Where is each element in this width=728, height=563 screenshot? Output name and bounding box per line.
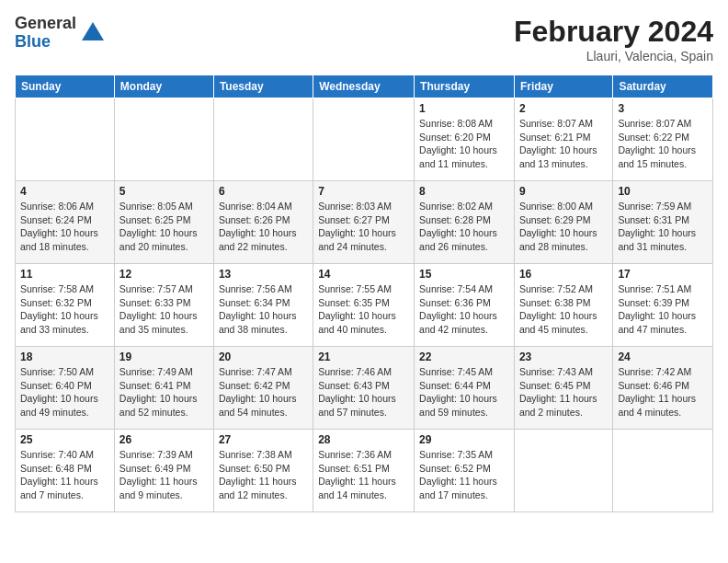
day-info: Sunrise: 7:56 AM Sunset: 6:34 PM Dayligh…: [219, 282, 308, 337]
calendar-cell: 10Sunrise: 7:59 AM Sunset: 6:31 PM Dayli…: [613, 181, 713, 264]
calendar-cell: 11Sunrise: 7:58 AM Sunset: 6:32 PM Dayli…: [16, 264, 115, 347]
calendar-cell: 13Sunrise: 7:56 AM Sunset: 6:34 PM Dayli…: [213, 264, 313, 347]
day-info: Sunrise: 7:55 AM Sunset: 6:35 PM Dayligh…: [318, 282, 409, 337]
day-number: 27: [219, 433, 308, 446]
day-number: 17: [618, 268, 708, 281]
day-number: 3: [618, 102, 708, 115]
day-info: Sunrise: 7:50 AM Sunset: 6:40 PM Dayligh…: [20, 365, 109, 419]
day-info: Sunrise: 8:05 AM Sunset: 6:25 PM Dayligh…: [119, 200, 209, 254]
calendar-cell: 27Sunrise: 7:38 AM Sunset: 6:50 PM Dayli…: [213, 430, 313, 512]
day-number: 29: [419, 433, 509, 446]
day-info: Sunrise: 8:00 AM Sunset: 6:29 PM Dayligh…: [519, 200, 608, 254]
day-info: Sunrise: 8:07 AM Sunset: 6:22 PM Dayligh…: [618, 117, 708, 171]
calendar-week-row: 18Sunrise: 7:50 AM Sunset: 6:40 PM Dayli…: [16, 347, 713, 430]
weekday-header: Friday: [514, 75, 612, 98]
day-number: 8: [419, 185, 509, 198]
day-info: Sunrise: 7:42 AM Sunset: 6:46 PM Dayligh…: [618, 365, 708, 419]
day-info: Sunrise: 7:38 AM Sunset: 6:50 PM Dayligh…: [219, 448, 308, 502]
calendar-cell: [313, 98, 415, 181]
calendar-week-row: 25Sunrise: 7:40 AM Sunset: 6:48 PM Dayli…: [16, 430, 713, 512]
day-info: Sunrise: 7:57 AM Sunset: 6:33 PM Dayligh…: [119, 282, 209, 337]
location: Llauri, Valencia, Spain: [514, 49, 713, 63]
day-info: Sunrise: 7:58 AM Sunset: 6:32 PM Dayligh…: [20, 282, 109, 337]
day-number: 28: [318, 433, 409, 446]
calendar-cell: 1Sunrise: 8:08 AM Sunset: 6:20 PM Daylig…: [415, 98, 515, 181]
day-number: 7: [318, 185, 409, 198]
weekday-header: Sunday: [16, 75, 115, 98]
day-number: 9: [519, 185, 608, 198]
calendar-cell: 25Sunrise: 7:40 AM Sunset: 6:48 PM Dayli…: [16, 430, 115, 512]
day-number: 14: [318, 268, 409, 281]
calendar-cell: [114, 98, 213, 181]
weekday-header: Saturday: [613, 75, 713, 98]
day-info: Sunrise: 7:54 AM Sunset: 6:36 PM Dayligh…: [419, 282, 509, 337]
calendar-cell: 19Sunrise: 7:49 AM Sunset: 6:41 PM Dayli…: [114, 347, 213, 430]
calendar-cell: 14Sunrise: 7:55 AM Sunset: 6:35 PM Dayli…: [313, 264, 415, 347]
day-number: 23: [519, 350, 608, 363]
day-info: Sunrise: 7:40 AM Sunset: 6:48 PM Dayligh…: [20, 448, 109, 502]
weekday-header: Wednesday: [313, 75, 415, 98]
day-number: 18: [20, 350, 109, 363]
day-number: 12: [119, 268, 209, 281]
calendar-cell: [613, 430, 713, 512]
day-number: 2: [519, 102, 608, 115]
calendar-cell: 5Sunrise: 8:05 AM Sunset: 6:25 PM Daylig…: [114, 181, 213, 264]
day-number: 22: [419, 350, 509, 363]
calendar-cell: 6Sunrise: 8:04 AM Sunset: 6:26 PM Daylig…: [213, 181, 313, 264]
day-info: Sunrise: 8:02 AM Sunset: 6:28 PM Dayligh…: [419, 200, 509, 254]
day-info: Sunrise: 7:51 AM Sunset: 6:39 PM Dayligh…: [618, 282, 708, 337]
day-number: 21: [318, 350, 409, 363]
day-number: 10: [618, 185, 708, 198]
calendar-cell: 23Sunrise: 7:43 AM Sunset: 6:45 PM Dayli…: [514, 347, 612, 430]
calendar-cell: 18Sunrise: 7:50 AM Sunset: 6:40 PM Dayli…: [16, 347, 115, 430]
day-number: 13: [219, 268, 308, 281]
calendar-cell: [514, 430, 612, 512]
day-number: 26: [119, 433, 209, 446]
title-block: February 2024 Llauri, Valencia, Spain: [514, 15, 713, 63]
calendar-cell: 15Sunrise: 7:54 AM Sunset: 6:36 PM Dayli…: [415, 264, 515, 347]
day-info: Sunrise: 7:47 AM Sunset: 6:42 PM Dayligh…: [219, 365, 308, 419]
day-number: 24: [618, 350, 708, 363]
calendar-cell: 17Sunrise: 7:51 AM Sunset: 6:39 PM Dayli…: [613, 264, 713, 347]
calendar-header-row: SundayMondayTuesdayWednesdayThursdayFrid…: [16, 75, 713, 98]
day-number: 1: [419, 102, 509, 115]
calendar-cell: 12Sunrise: 7:57 AM Sunset: 6:33 PM Dayli…: [114, 264, 213, 347]
calendar-cell: 9Sunrise: 8:00 AM Sunset: 6:29 PM Daylig…: [514, 181, 612, 264]
svg-marker-0: [82, 22, 104, 40]
calendar-week-row: 1Sunrise: 8:08 AM Sunset: 6:20 PM Daylig…: [16, 98, 713, 181]
calendar-cell: 26Sunrise: 7:39 AM Sunset: 6:49 PM Dayli…: [114, 430, 213, 512]
calendar-cell: 16Sunrise: 7:52 AM Sunset: 6:38 PM Dayli…: [514, 264, 612, 347]
calendar-cell: 4Sunrise: 8:06 AM Sunset: 6:24 PM Daylig…: [16, 181, 115, 264]
calendar-cell: 3Sunrise: 8:07 AM Sunset: 6:22 PM Daylig…: [613, 98, 713, 181]
day-info: Sunrise: 8:08 AM Sunset: 6:20 PM Dayligh…: [419, 117, 509, 171]
calendar-cell: 21Sunrise: 7:46 AM Sunset: 6:43 PM Dayli…: [313, 347, 415, 430]
day-info: Sunrise: 8:07 AM Sunset: 6:21 PM Dayligh…: [519, 117, 608, 171]
day-info: Sunrise: 7:35 AM Sunset: 6:52 PM Dayligh…: [419, 448, 509, 502]
calendar-cell: 20Sunrise: 7:47 AM Sunset: 6:42 PM Dayli…: [213, 347, 313, 430]
calendar-week-row: 11Sunrise: 7:58 AM Sunset: 6:32 PM Dayli…: [16, 264, 713, 347]
day-info: Sunrise: 7:52 AM Sunset: 6:38 PM Dayligh…: [519, 282, 608, 337]
month-year: February 2024: [514, 15, 713, 49]
day-number: 4: [20, 185, 109, 198]
day-number: 19: [119, 350, 209, 363]
day-number: 20: [219, 350, 308, 363]
calendar-table: SundayMondayTuesdayWednesdayThursdayFrid…: [15, 75, 713, 512]
logo-general-text: General: [15, 15, 76, 33]
day-info: Sunrise: 8:06 AM Sunset: 6:24 PM Dayligh…: [20, 200, 109, 254]
day-number: 11: [20, 268, 109, 281]
day-info: Sunrise: 7:45 AM Sunset: 6:44 PM Dayligh…: [419, 365, 509, 419]
logo-blue-text: Blue: [15, 33, 76, 52]
calendar-cell: [16, 98, 115, 181]
day-info: Sunrise: 7:59 AM Sunset: 6:31 PM Dayligh…: [618, 200, 708, 254]
weekday-header: Monday: [114, 75, 213, 98]
day-info: Sunrise: 7:43 AM Sunset: 6:45 PM Dayligh…: [519, 365, 608, 419]
weekday-header: Tuesday: [213, 75, 313, 98]
calendar-cell: 24Sunrise: 7:42 AM Sunset: 6:46 PM Dayli…: [613, 347, 713, 430]
calendar-cell: 28Sunrise: 7:36 AM Sunset: 6:51 PM Dayli…: [313, 430, 415, 512]
logo-icon: [80, 20, 106, 46]
calendar-cell: 2Sunrise: 8:07 AM Sunset: 6:21 PM Daylig…: [514, 98, 612, 181]
day-info: Sunrise: 7:39 AM Sunset: 6:49 PM Dayligh…: [119, 448, 209, 502]
calendar-cell: 22Sunrise: 7:45 AM Sunset: 6:44 PM Dayli…: [415, 347, 515, 430]
logo: General Blue: [15, 15, 106, 52]
calendar-cell: 29Sunrise: 7:35 AM Sunset: 6:52 PM Dayli…: [415, 430, 515, 512]
